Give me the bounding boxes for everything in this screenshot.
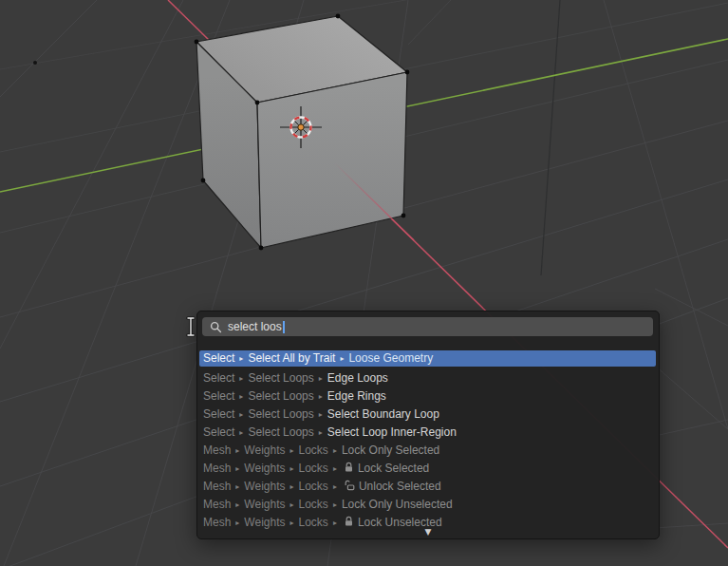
mouse-cursor-ibeam (184, 315, 197, 338)
result-path-segment: Locks (299, 480, 328, 493)
path-arrow-separator: ▸ (290, 482, 294, 491)
path-arrow-separator: ▸ (235, 482, 239, 491)
lock-closed-icon (344, 462, 354, 473)
path-arrow-separator: ▸ (290, 519, 294, 527)
path-arrow-separator: ▸ (340, 354, 344, 363)
search-input[interactable]: select loos (202, 317, 653, 336)
path-arrow-separator: ▸ (235, 464, 239, 473)
result-label: Lock Selected (358, 462, 429, 475)
result-path-segment: Weights (244, 498, 285, 511)
result-path-segment: Mesh (203, 498, 231, 511)
result-path-segment: Select Loops (248, 425, 313, 439)
stray-vertex-dot (33, 61, 37, 65)
path-arrow-separator: ▸ (290, 464, 294, 473)
result-path-segment: Mesh (203, 480, 231, 493)
result-path-segment: Select Loops (248, 407, 313, 421)
search-result-row[interactable]: Mesh▸Weights▸Locks▸Lock Only Unselected (199, 496, 656, 514)
result-path-segment: Select All by Trait (248, 351, 335, 365)
result-label: Edge Loops (327, 371, 388, 385)
search-result-row[interactable]: Mesh▸Weights▸Locks▸Lock Selected (199, 460, 656, 478)
search-result-row[interactable]: Select▸Select Loops▸Select Loop Inner-Re… (199, 424, 656, 442)
result-path-segment: Locks (299, 498, 328, 511)
result-label: Lock Only Unselected (342, 498, 453, 511)
result-label: Loose Geometry (348, 351, 433, 365)
result-label: Edge Rings (327, 389, 386, 403)
path-arrow-separator: ▸ (333, 482, 337, 491)
scroll-down-arrow[interactable]: ▼ (197, 527, 659, 537)
lock-open-icon (344, 480, 355, 491)
path-arrow-separator: ▸ (235, 519, 239, 527)
path-arrow-separator: ▸ (239, 410, 243, 419)
blender-3d-viewport: select loos Select▸Select All by Trait▸L… (0, 0, 728, 566)
result-path-segment: Weights (244, 480, 285, 493)
cube-object[interactable] (195, 14, 410, 251)
result-path-segment: Mesh (203, 462, 231, 475)
search-result-row[interactable]: Mesh▸Weights▸Locks▸Lock Only Selected (199, 442, 656, 460)
result-path-segment: Select (203, 425, 234, 439)
path-arrow-separator: ▸ (333, 464, 337, 473)
path-arrow-separator: ▸ (333, 500, 337, 509)
result-label: Select Boundary Loop (327, 407, 439, 421)
search-result-row[interactable]: Mesh▸Weights▸Locks▸Unlock Selected (199, 478, 656, 496)
result-path-segment: Select (203, 407, 234, 421)
search-result-row[interactable]: Select▸Select Loops▸Edge Rings (199, 387, 656, 406)
result-label: Lock Only Selected (342, 443, 439, 457)
path-arrow-separator: ▸ (290, 446, 294, 455)
cube-right-face (257, 72, 407, 248)
result-path-segment: Locks (299, 462, 328, 475)
result-path-segment: Select Loops (248, 389, 313, 403)
search-popup: select loos Select▸Select All by Trait▸L… (196, 311, 660, 539)
path-arrow-separator: ▸ (333, 519, 337, 527)
lock-closed-icon (344, 516, 354, 527)
search-result-row[interactable]: Select▸Select Loops▸Edge Loops (199, 369, 656, 387)
3d-cursor-center-dot (298, 124, 304, 130)
path-arrow-separator: ▸ (239, 354, 243, 363)
path-arrow-separator: ▸ (290, 500, 294, 509)
path-arrow-separator: ▸ (239, 374, 243, 383)
path-arrow-separator: ▸ (319, 392, 323, 401)
search-result-row[interactable]: Select▸Select Loops▸Select Boundary Loop (199, 406, 656, 424)
search-result-row[interactable]: Select▸Select All by Trait▸Loose Geometr… (199, 350, 656, 367)
path-arrow-separator: ▸ (235, 500, 239, 509)
path-arrow-separator: ▸ (239, 392, 243, 401)
result-path-segment: Weights (244, 443, 285, 457)
path-arrow-separator: ▸ (319, 428, 323, 437)
search-results-list: Select▸Select All by Trait▸Loose Geometr… (199, 350, 656, 532)
search-icon (210, 321, 222, 333)
result-label: Unlock Selected (359, 480, 441, 493)
result-path-segment: Mesh (203, 443, 231, 457)
path-arrow-separator: ▸ (239, 428, 243, 437)
path-arrow-separator: ▸ (319, 374, 323, 383)
path-arrow-separator: ▸ (333, 446, 337, 455)
path-arrow-separator: ▸ (235, 446, 239, 455)
text-caret (283, 321, 285, 333)
result-path-segment: Select (203, 351, 234, 365)
path-arrow-separator: ▸ (319, 410, 323, 419)
result-label: Select Loop Inner-Region (327, 425, 457, 439)
result-path-segment: Select (203, 371, 234, 385)
result-path-segment: Weights (244, 462, 285, 475)
result-path-segment: Select (203, 389, 234, 403)
result-path-segment: Locks (299, 443, 328, 457)
search-query-text: select loos (228, 317, 282, 336)
result-path-segment: Select Loops (248, 371, 313, 385)
